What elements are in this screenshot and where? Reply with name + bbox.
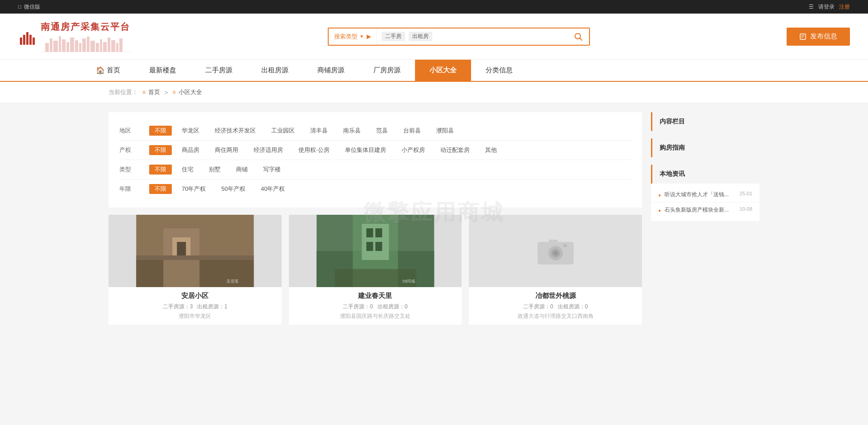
nav-second-hand[interactable]: 二手房源 bbox=[191, 60, 247, 81]
filter-option-year-40[interactable]: 40年产权 bbox=[255, 184, 290, 194]
filter-option-type-all[interactable]: 不限 bbox=[149, 165, 172, 175]
wechat-label: 微信版 bbox=[24, 3, 40, 11]
nav-new-buildings[interactable]: 最新楼盘 bbox=[135, 60, 191, 81]
breadcrumb-community-label: 小区大全 bbox=[179, 88, 202, 96]
listing-location-jianyechuntianliv: 濮阳县国庆路与长庆路交叉处 bbox=[294, 312, 457, 320]
logo-area: 南通房产采集云平台 bbox=[18, 21, 131, 52]
svg-rect-42 bbox=[375, 228, 382, 237]
svg-rect-16 bbox=[90, 41, 95, 52]
filter-option-type-residential[interactable]: 住宅 bbox=[176, 165, 199, 175]
listing-name-anjv: 安居小区 bbox=[114, 292, 276, 300]
filter-option-region-jingji[interactable]: 经济技术开发区 bbox=[209, 126, 261, 136]
filter-option-year-50[interactable]: 50年产权 bbox=[216, 184, 250, 194]
filter-option-region-gongye[interactable]: 工业园区 bbox=[266, 126, 300, 136]
logo-title: 南通房产采集云平台 bbox=[41, 21, 131, 33]
search-type-bullet: ▶ bbox=[367, 33, 371, 40]
filter-option-region-puyang[interactable]: 濮阳县 bbox=[431, 126, 459, 136]
svg-rect-22 bbox=[116, 43, 118, 52]
svg-rect-5 bbox=[45, 43, 49, 52]
listing-image-anjv: 安居客 bbox=[108, 215, 282, 287]
filter-option-type-shop[interactable]: 商铺 bbox=[231, 165, 253, 175]
svg-rect-1 bbox=[23, 35, 25, 45]
filter-label-year: 年限 bbox=[119, 184, 142, 193]
menu-icon: ☰ bbox=[809, 4, 814, 10]
search-tags: 二手房 出租房 bbox=[377, 32, 567, 41]
search-type-dropdown[interactable]: 搜索类型 ▼ ▶ bbox=[329, 28, 377, 45]
svg-rect-15 bbox=[87, 37, 90, 52]
filter-options-region: 不限 华龙区 经济技术开发区 工业园区 清丰县 南乐县 范县 台前县 濮阳县 bbox=[149, 126, 631, 136]
listing-image-jianyechuntianliv: 58同城 bbox=[289, 215, 462, 287]
nav-commercial[interactable]: 商铺房源 bbox=[303, 60, 359, 81]
login-link[interactable]: 请登录 bbox=[818, 3, 835, 11]
filter-option-region-nanle[interactable]: 南乐县 bbox=[338, 126, 366, 136]
breadcrumb-current-label: 当前位置： bbox=[108, 88, 138, 96]
filter-option-type-villa[interactable]: 别墅 bbox=[203, 165, 226, 175]
camera-icon bbox=[535, 235, 576, 267]
news-date-2: 10-08 bbox=[740, 206, 752, 212]
filter-option-property-collective[interactable]: 单位集体目建房 bbox=[340, 145, 392, 155]
svg-rect-12 bbox=[75, 40, 78, 52]
nav-home-label: 首页 bbox=[107, 66, 120, 75]
filter-option-property-relocation[interactable]: 动迁配套房 bbox=[435, 145, 475, 155]
filter-option-property-affordable[interactable]: 经济适用房 bbox=[248, 145, 288, 155]
filter-option-property-commodity[interactable]: 商品房 bbox=[176, 145, 205, 155]
filter-option-region-hualong[interactable]: 华龙区 bbox=[176, 126, 205, 136]
svg-rect-8 bbox=[59, 36, 61, 52]
filter-option-region-all[interactable]: 不限 bbox=[149, 126, 172, 136]
publish-button[interactable]: 发布信息 bbox=[787, 28, 850, 46]
svg-rect-4 bbox=[33, 38, 35, 45]
filter-option-region-qingfeng[interactable]: 清丰县 bbox=[305, 126, 333, 136]
register-link[interactable]: 注册 bbox=[839, 3, 850, 11]
nav-community[interactable]: 小区大全 bbox=[415, 60, 471, 81]
listing-card-anjv[interactable]: 安居客 安居小区 二手房源：3 出租房源：1 濮阳市华龙区 bbox=[108, 215, 282, 325]
sidebar-news-item-1[interactable]: ● 听说大城市抢人才「送钱... 25-01 bbox=[651, 187, 760, 203]
filter-option-property-mixed[interactable]: 商住两用 bbox=[209, 145, 244, 155]
filter-option-property-use-right[interactable]: 使用权·公房 bbox=[293, 145, 335, 155]
filter-panel: 地区 不限 华龙区 经济技术开发区 工业园区 清丰县 南乐县 范县 台前县 濮阳… bbox=[108, 112, 642, 208]
listing-card-yedushitaoyuan[interactable]: 冶都世外桃源 二手房源：0 出租房源：0 政通大道与行理路交叉口西南角 bbox=[469, 215, 642, 325]
svg-rect-7 bbox=[53, 41, 58, 52]
search-area: 搜索类型 ▼ ▶ 二手房 出租房 bbox=[328, 28, 590, 46]
listing-grid: 安居客 安居小区 二手房源：3 出租房源：1 濮阳市华龙区 bbox=[108, 215, 642, 325]
filter-option-region-fan[interactable]: 范县 bbox=[371, 126, 393, 136]
nav-home[interactable]: 🏠 首页 bbox=[81, 60, 135, 81]
filter-option-property-all[interactable]: 不限 bbox=[149, 145, 172, 155]
svg-rect-14 bbox=[82, 38, 86, 52]
breadcrumb-community[interactable]: ≡ 小区大全 bbox=[173, 88, 202, 96]
listing-name-yedushitaoyuan: 冶都世外桃源 bbox=[474, 292, 637, 300]
nav-industrial[interactable]: 厂房房源 bbox=[359, 60, 415, 81]
sidebar-header-content-menu: 内容栏目 bbox=[651, 112, 760, 131]
sidebar-section-buying-guide: 购房指南 bbox=[651, 138, 760, 157]
filter-options-property: 不限 商品房 商住两用 经济适用房 使用权·公房 单位集体目建房 小产权房 动迁… bbox=[149, 145, 631, 155]
svg-rect-52 bbox=[563, 244, 567, 247]
filter-option-year-all[interactable]: 不限 bbox=[149, 184, 172, 194]
filter-option-year-70[interactable]: 70年产权 bbox=[176, 184, 211, 194]
svg-rect-23 bbox=[119, 38, 123, 52]
svg-rect-11 bbox=[70, 38, 74, 52]
listing-img-svg-jianyechuntianliv: 58同城 bbox=[289, 215, 462, 287]
filter-option-property-small[interactable]: 小产权房 bbox=[396, 145, 430, 155]
sidebar-news-item-2[interactable]: ● 石头鱼新版房产模块全新... 10-08 bbox=[651, 203, 760, 217]
navigation: 🏠 首页 最新楼盘 二手房源 出租房源 商铺房源 厂房房源 小区大全 分类信息 bbox=[0, 60, 868, 82]
filter-row-property: 产权 不限 商品房 商住两用 经济适用房 使用权·公房 单位集体目建房 小产权房… bbox=[119, 141, 631, 160]
svg-rect-21 bbox=[111, 40, 115, 52]
filter-option-property-other[interactable]: 其他 bbox=[480, 145, 502, 155]
listing-card-jianyechuntianliv[interactable]: 58同城 建业春天里 二手房源：0 出租房源：0 濮阳县国庆路与长庆路交叉处 bbox=[289, 215, 462, 325]
publish-label: 发布信息 bbox=[810, 32, 837, 41]
search-icon bbox=[574, 32, 583, 41]
svg-rect-41 bbox=[366, 228, 373, 237]
filter-label-type: 类型 bbox=[119, 165, 142, 174]
search-type-label: 搜索类型 bbox=[334, 33, 358, 41]
nav-industrial-label: 厂房房源 bbox=[373, 66, 401, 75]
breadcrumb-separator: > bbox=[165, 89, 168, 96]
breadcrumb-home[interactable]: ≡ 首页 bbox=[142, 88, 160, 96]
listing-stats-yedushitaoyuan: 二手房源：0 出租房源：0 bbox=[474, 303, 637, 311]
sidebar: 内容栏目 购房指南 本地资讯 ● 听说大城市抢人才「送钱... 25-01 ● … bbox=[651, 112, 760, 325]
filter-option-type-office[interactable]: 写字楼 bbox=[258, 165, 286, 175]
svg-rect-10 bbox=[66, 42, 69, 52]
nav-classified[interactable]: 分类信息 bbox=[471, 60, 527, 81]
filter-option-region-taiqian[interactable]: 台前县 bbox=[398, 126, 426, 136]
search-button[interactable] bbox=[567, 28, 589, 45]
nav-rental[interactable]: 出租房源 bbox=[247, 60, 303, 81]
search-tag-second-hand: 二手房 bbox=[382, 32, 405, 41]
